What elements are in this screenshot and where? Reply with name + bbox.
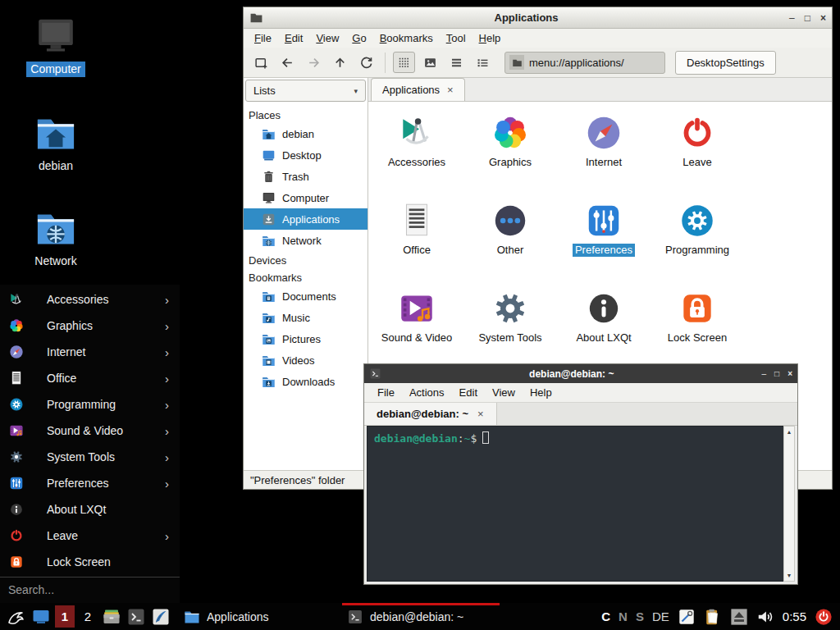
quicklaunch-qterminal[interactable] (124, 603, 148, 630)
grid-item-other[interactable]: Other (463, 198, 557, 285)
detailed-view-button[interactable] (472, 52, 494, 73)
fm-menu-help[interactable]: Help (472, 30, 508, 46)
desktop-settings-button[interactable]: DesktopSettings (675, 51, 776, 75)
terminal-scrollbar[interactable]: ▲ ▼ (783, 426, 795, 582)
compact-view-button[interactable] (445, 52, 468, 73)
tab-close-icon[interactable]: × (477, 408, 484, 420)
tab-applications[interactable]: Applications × (371, 78, 465, 101)
side-pane-mode-select[interactable]: Lists ▾ (245, 80, 366, 102)
grid-item-internet[interactable]: Internet (557, 110, 651, 198)
taskbar-task-applications[interactable]: Applications (179, 603, 336, 630)
show-desktop-button[interactable] (29, 603, 53, 630)
grid-item-office[interactable]: Office (370, 198, 463, 285)
sidebar-item-downloads[interactable]: Downloads (244, 371, 368, 392)
sidebar-item-applications[interactable]: Applications (244, 208, 368, 230)
grid-item-accessories[interactable]: Accessories (370, 110, 463, 198)
sidebar-item-pictures[interactable]: Pictures (244, 328, 368, 349)
sidebar-item-videos[interactable]: Videos (244, 349, 368, 371)
fm-menu-tool[interactable]: Tool (440, 30, 472, 46)
terminal-screen[interactable]: debian@debian:~$ (367, 426, 783, 582)
app-menu-item-internet[interactable]: Internet› (0, 339, 180, 365)
path-bar[interactable]: menu://applications/ (504, 52, 665, 74)
search-input[interactable]: Search... (0, 578, 180, 601)
terminal-menu-view[interactable]: View (485, 385, 523, 400)
scroll-down-icon[interactable]: ▼ (787, 570, 792, 581)
fm-menu-go[interactable]: Go (345, 30, 372, 46)
icon-view-button[interactable] (393, 52, 415, 73)
terminal-tab[interactable]: debian@debian: ~ × (364, 403, 497, 425)
up-button[interactable] (329, 52, 351, 73)
app-menu-item-lock-screen[interactable]: Lock Screen (0, 549, 180, 575)
app-menu-item-preferences[interactable]: Preferences› (0, 470, 180, 496)
forward-button[interactable] (303, 52, 325, 73)
close-button[interactable]: × (788, 369, 792, 378)
keyboard-layout[interactable]: DE (652, 609, 669, 623)
grid-item-system-tools[interactable]: System Tools (463, 285, 557, 373)
grid-item-graphics[interactable]: Graphics (463, 110, 557, 198)
app-menu-item-graphics[interactable]: Graphics› (0, 313, 180, 339)
terminal-titlebar[interactable]: debian@debian: ~ – □ × (364, 364, 797, 383)
terminal-menu-actions[interactable]: Actions (402, 385, 452, 400)
keyboard-indicator-c[interactable]: C (601, 609, 610, 623)
scroll-up-icon[interactable]: ▲ (787, 427, 792, 437)
sidebar-item-network[interactable]: Network (244, 230, 368, 251)
close-button[interactable]: × (820, 13, 826, 23)
grid-item-preferences[interactable]: Preferences (557, 198, 651, 285)
fm-menu-edit[interactable]: Edit (278, 30, 309, 46)
grid-item-lock-screen[interactable]: Lock Screen (651, 285, 744, 373)
applications-place-icon (262, 212, 276, 226)
cat-about-icon (8, 501, 25, 518)
workspace-2[interactable]: 2 (78, 605, 98, 628)
terminal-menu-help[interactable]: Help (523, 385, 559, 400)
grid-item-sound-video[interactable]: Sound & Video (370, 285, 463, 373)
minimize-button[interactable]: – (762, 369, 767, 378)
submenu-chevron-icon: › (165, 450, 169, 464)
grid-item-programming[interactable]: Programming (651, 198, 744, 285)
quicklaunch-featherpad[interactable] (148, 603, 173, 630)
keyboard-indicator-s[interactable]: S (636, 609, 644, 623)
tray-clipboard-icon[interactable] (704, 608, 722, 626)
keyboard-indicator-n[interactable]: N (619, 609, 628, 623)
terminal-menu-edit[interactable]: Edit (452, 385, 485, 400)
app-menu-item-sound-video[interactable]: Sound & Video› (0, 418, 180, 444)
back-button[interactable] (276, 52, 299, 73)
quicklaunch-pcmanfm[interactable] (99, 603, 124, 630)
new-tab-button[interactable] (250, 52, 272, 73)
power-button[interactable] (815, 608, 833, 626)
app-menu-item-programming[interactable]: Programming› (0, 391, 180, 418)
tray-volume-icon[interactable] (756, 608, 774, 626)
fm-menu-bookmarks[interactable]: Bookmarks (373, 30, 440, 46)
file-manager-titlebar[interactable]: Applications – □ × (244, 7, 832, 29)
grid-item-leave[interactable]: Leave (651, 110, 744, 198)
sidebar-item-trash[interactable]: Trash (244, 166, 368, 187)
sidebar-item-documents[interactable]: Documents (244, 285, 368, 307)
desktop-icon-debian[interactable]: debian (13, 112, 98, 174)
taskbar-task-debian-debian[interactable]: debian@debian: ~ (342, 603, 500, 630)
desktop-icon-network[interactable]: Network (13, 207, 98, 269)
thumbnail-view-button[interactable] (419, 52, 441, 73)
clock[interactable]: 0:55 (783, 609, 806, 623)
sidebar-item-debian[interactable]: debian (244, 123, 368, 144)
fm-menu-view[interactable]: View (309, 30, 345, 46)
grid-item-about-lxqt[interactable]: About LXQt (557, 285, 651, 373)
maximize-button[interactable]: □ (774, 369, 779, 378)
app-menu-item-office[interactable]: Office› (0, 365, 180, 391)
app-menu-button[interactable] (4, 603, 29, 630)
tray-screenshot-icon[interactable] (678, 608, 696, 626)
workspace-1[interactable]: 1 (55, 605, 75, 628)
app-menu-item-system-tools[interactable]: System Tools› (0, 444, 180, 470)
app-menu-item-leave[interactable]: Leave› (0, 523, 180, 549)
app-menu-item-accessories[interactable]: Accessories› (0, 286, 180, 313)
sidebar-item-music[interactable]: Music (244, 307, 368, 328)
sidebar-item-desktop[interactable]: Desktop (244, 144, 368, 166)
maximize-button[interactable]: □ (805, 13, 810, 23)
desktop-icon-computer[interactable]: Computer (13, 15, 98, 77)
minimize-button[interactable]: – (789, 13, 795, 23)
fm-menu-file[interactable]: File (248, 30, 278, 46)
reload-button[interactable] (355, 52, 377, 73)
tray-eject-icon[interactable] (730, 608, 748, 626)
sidebar-item-computer[interactable]: Computer (244, 187, 368, 208)
app-menu-item-about-lxqt[interactable]: About LXQt (0, 496, 180, 523)
tab-close-icon[interactable]: × (447, 84, 454, 96)
terminal-menu-file[interactable]: File (370, 385, 402, 400)
